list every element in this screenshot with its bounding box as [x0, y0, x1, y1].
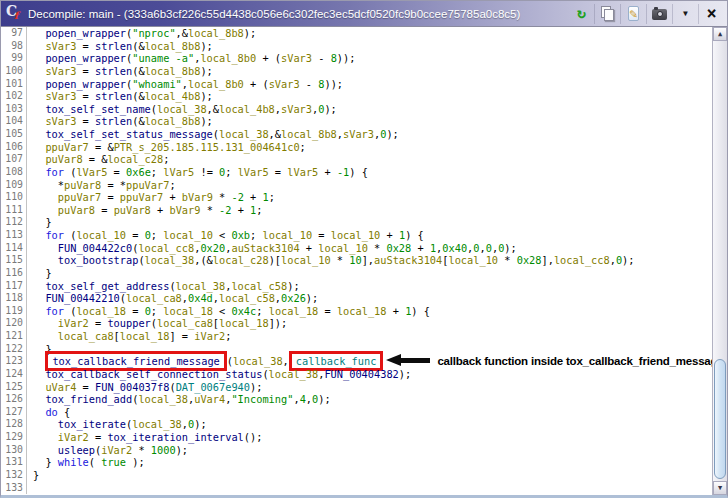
code-token[interactable]: tox_self_set_status_message — [45, 128, 212, 140]
code-token[interactable] — [33, 393, 45, 405]
code-token[interactable]: local_8b0 — [188, 78, 244, 90]
code-line[interactable]: 121 local_ca8[local_18] = iVar2; — [1, 330, 712, 343]
code-token[interactable]: local_18 — [269, 305, 319, 317]
code-token[interactable]: ( — [64, 305, 76, 317]
code-token[interactable]: ) { — [349, 166, 368, 178]
code-token[interactable]: + — [151, 204, 170, 216]
code-token[interactable]: = — [95, 204, 114, 216]
code-line[interactable]: 128 tox_iterate(local_38,0); — [1, 418, 712, 431]
code-token[interactable]: , — [283, 355, 289, 367]
code-token[interactable]: * — [331, 254, 350, 266]
vertical-scrollbar[interactable]: ▲ ▼ — [712, 27, 727, 495]
code-token[interactable]: lVar5 — [76, 166, 107, 178]
code-token[interactable]: ; — [163, 153, 169, 165]
code-token[interactable]: tox_bootstrap — [58, 254, 139, 266]
code-token[interactable] — [33, 65, 45, 77]
code-line[interactable]: 103 tox_self_set_name(local_38,&local_4b… — [1, 103, 712, 116]
code-token[interactable]: "nproc" — [132, 27, 175, 39]
code-token[interactable]: * — [33, 179, 64, 191]
code-token[interactable]: = — [101, 191, 120, 203]
code-token[interactable]: tox_iteration_interval — [107, 431, 243, 443]
code-token[interactable]: + — [163, 191, 182, 203]
code-token[interactable]: usleep — [58, 444, 95, 456]
code-line[interactable]: 112 } — [1, 216, 712, 229]
code-token[interactable]: local_18 — [219, 317, 269, 329]
code-token[interactable]: ; — [225, 330, 231, 342]
code-token[interactable]: sVar3 — [281, 52, 312, 64]
code-line[interactable]: 127 do { — [1, 406, 712, 419]
code-token[interactable] — [33, 381, 45, 393]
code-token[interactable]: ); — [306, 292, 318, 304]
code-token[interactable]: local_10 — [281, 254, 331, 266]
code-token[interactable]: ppuVar7 — [126, 179, 169, 191]
code-token[interactable] — [33, 292, 45, 304]
code-token[interactable]: ], — [362, 254, 374, 266]
code-token[interactable]: ppuVar7 — [58, 191, 101, 203]
code-token[interactable]: local_38 — [132, 418, 182, 430]
code-token[interactable] — [33, 128, 45, 140]
code-line[interactable]: 108 for (lVar5 = 0x6e; lVar5 != 0; lVar5… — [1, 166, 712, 179]
code-token[interactable]: ); — [176, 444, 188, 456]
code-token[interactable]: "whoami" — [132, 78, 182, 90]
code-line[interactable]: 130 usleep(iVar2 * 1000); — [1, 444, 712, 457]
code-token[interactable]: * — [200, 204, 219, 216]
code-token[interactable]: local_cc8 — [554, 254, 610, 266]
code-token[interactable] — [33, 444, 58, 456]
code-token[interactable]: 10 — [349, 254, 361, 266]
code-token[interactable]: + — [387, 305, 406, 317]
code-token[interactable]: 0x6e — [126, 166, 151, 178]
menu-button[interactable]: ▼ — [672, 4, 698, 24]
code-token[interactable] — [33, 40, 45, 52]
code-line[interactable]: 124 tox_callback_self_connection_status(… — [1, 368, 712, 381]
code-token[interactable]: local_c58 — [231, 280, 287, 292]
code-token[interactable]: = & — [83, 153, 108, 165]
code-token[interactable]: = — [89, 317, 108, 329]
code-token[interactable]: lVar5 — [287, 166, 318, 178]
code-token[interactable]: ); — [324, 103, 336, 115]
code-line[interactable]: 117 tox_self_get_address(local_38,local_… — [1, 280, 712, 293]
code-token[interactable]: )); — [324, 78, 343, 90]
code-token[interactable]: + — [411, 242, 430, 254]
code-line[interactable]: 97 popen_wrapper("nproc",&local_8b8); — [1, 27, 712, 40]
code-token[interactable]: auStack3104 — [231, 242, 299, 254]
code-token[interactable]: local_4b8 — [145, 90, 201, 102]
code-token[interactable]: local_38 — [269, 368, 319, 380]
code-token[interactable]: ); — [399, 368, 411, 380]
code-token[interactable]: ); — [200, 40, 212, 52]
code-token[interactable]: = — [76, 65, 95, 77]
code-token[interactable] — [33, 90, 45, 102]
code-token[interactable] — [33, 166, 45, 178]
code-token[interactable] — [33, 254, 58, 266]
code-token[interactable]: local_38 — [176, 280, 226, 292]
code-token[interactable]: ; — [256, 305, 268, 317]
code-token[interactable] — [33, 368, 45, 380]
code-token[interactable]: puVar8 — [64, 179, 101, 191]
code-token[interactable] — [33, 27, 45, 39]
code-token[interactable]: popen_wrapper — [45, 52, 126, 64]
code-token[interactable]: = — [89, 431, 108, 443]
code-token[interactable]: } — [33, 469, 39, 481]
code-token[interactable] — [33, 431, 58, 443]
code-token[interactable]: toupper — [107, 317, 150, 329]
code-line[interactable]: 123 tox_callback_friend_message(local_38… — [1, 355, 712, 368]
code-line[interactable]: 126 tox_friend_add(local_38,uVar4,"Incom… — [1, 393, 712, 406]
code-token[interactable] — [33, 78, 45, 90]
code-token[interactable]: sVar3 — [45, 115, 76, 127]
code-token[interactable]: + — [244, 191, 263, 203]
code-token[interactable]: PTR_s_205.185.115.131_004641c0 — [114, 141, 300, 153]
code-token[interactable] — [33, 153, 45, 165]
code-token[interactable]: local_8b8 — [145, 40, 201, 52]
code-token[interactable]: local_38 — [233, 355, 283, 367]
code-token[interactable]: for — [45, 166, 64, 178]
code-token[interactable]: popen_wrapper — [45, 78, 126, 90]
code-token[interactable]: local_10 — [448, 254, 498, 266]
code-token[interactable]: for — [45, 305, 64, 317]
code-token[interactable]: local_8b0 — [200, 52, 256, 64]
code-token[interactable]: puVar8 — [114, 204, 151, 216]
code-line[interactable]: 114 FUN_004422c0(local_cc8,0x20,auStack3… — [1, 242, 712, 255]
code-line[interactable]: 115 tox_bootstrap(local_38,(&local_c28)[… — [1, 254, 712, 267]
code-token[interactable]: ], — [542, 254, 554, 266]
code-token[interactable]: } — [33, 456, 58, 468]
code-token[interactable]: FUN_00442210 — [45, 292, 119, 304]
code-token[interactable]: local_ca8 — [126, 292, 182, 304]
